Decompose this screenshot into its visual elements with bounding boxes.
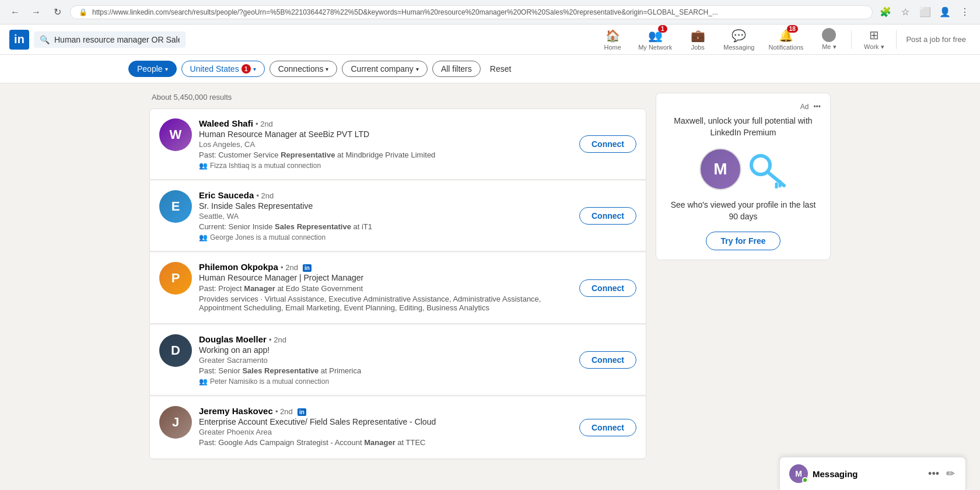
connect-button-waleed[interactable]: Connect bbox=[579, 135, 636, 153]
messaging-compose-button[interactable]: ✏ bbox=[945, 466, 956, 469]
ad-visual: M bbox=[666, 148, 821, 190]
connections-filter-label: Connections bbox=[278, 64, 324, 74]
nav-jobs[interactable]: 💼 Jobs bbox=[680, 24, 715, 55]
messaging-left: M Messaging bbox=[789, 464, 858, 469]
title-waleed: Human Resource Manager at SeeBiz PVT LTD bbox=[199, 130, 572, 139]
messaging-actions: ••• ✏ bbox=[927, 466, 956, 469]
extra-eric: Current: Senior Inside Sales Representat… bbox=[199, 222, 572, 231]
nav-notifications[interactable]: 🔔 18 Notifications bbox=[762, 24, 809, 55]
network-label: My Network bbox=[638, 44, 672, 51]
title-douglas: Working on an app! bbox=[199, 345, 572, 355]
avatar-jeremy[interactable]: J bbox=[159, 406, 192, 439]
address-bar[interactable]: 🔒 https://www.linkedin.com/search/result… bbox=[70, 5, 873, 19]
ad-header: Ad ••• bbox=[666, 103, 821, 111]
avatar-douglas[interactable]: D bbox=[159, 334, 192, 367]
network-badge: 1 bbox=[658, 25, 667, 33]
title-jeremy: Enterprise Account Executive/ Field Sale… bbox=[199, 417, 572, 426]
linkedin-logo[interactable]: in bbox=[9, 30, 29, 50]
title-eric: Sr. Inside Sales Representative bbox=[199, 201, 572, 211]
avatar-eric[interactable]: E bbox=[159, 190, 192, 223]
ad-panel: Ad ••• Maxwell, unlock your full potenti… bbox=[656, 93, 831, 460]
current-company-filter-button[interactable]: Current company ▾ bbox=[342, 61, 427, 77]
all-filters-button[interactable]: All filters bbox=[432, 61, 481, 77]
location-jeremy: Greater Phoenix Area bbox=[199, 428, 572, 436]
home-icon: 🏠 bbox=[606, 29, 620, 43]
location-chevron-icon: ▾ bbox=[253, 66, 256, 72]
ad-label: Ad bbox=[800, 103, 809, 111]
work-label: Work ▾ bbox=[864, 43, 884, 51]
connect-button-eric[interactable]: Connect bbox=[579, 207, 636, 225]
person-card-eric: E Eric Sauceda • 2nd Sr. Inside Sales Re… bbox=[150, 181, 646, 251]
refresh-button[interactable]: ↻ bbox=[49, 4, 65, 20]
people-filter-button[interactable]: People ▾ bbox=[128, 61, 177, 77]
linkedin-header: in 🔍 🏠 Home 👥 1 My Network 💼 Jobs 💬 Mess… bbox=[0, 24, 980, 55]
main-content: About 5,450,000 results W Waleed Shafi •… bbox=[140, 83, 840, 469]
location-waleed: Los Angeles, CA bbox=[199, 140, 572, 149]
try-free-button[interactable]: Try for Free bbox=[706, 232, 780, 250]
me-label: Me ▾ bbox=[822, 43, 836, 51]
current-company-filter-label: Current company bbox=[351, 64, 413, 74]
nav-home[interactable]: 🏠 Home bbox=[595, 24, 630, 55]
search-icon: 🔍 bbox=[40, 35, 50, 44]
avatar-philemon[interactable]: P bbox=[159, 262, 192, 295]
name-waleed[interactable]: Waleed Shafi • 2nd bbox=[199, 118, 572, 128]
notifications-icon: 🔔 18 bbox=[779, 29, 793, 43]
key-icon bbox=[746, 148, 787, 190]
nav-work[interactable]: ⊞ Work ▾ bbox=[856, 24, 891, 55]
people-chevron-icon: ▾ bbox=[165, 66, 168, 72]
messaging-widget-label[interactable]: Messaging bbox=[813, 469, 858, 470]
reset-button[interactable]: Reset bbox=[485, 61, 516, 76]
person-card-jeremy: J Jeremy Haskovec • 2nd in Enterprise Ac… bbox=[150, 397, 646, 458]
extra-philemon: Past: Project Manager at Edo State Gover… bbox=[199, 284, 572, 293]
connections-chevron-icon: ▾ bbox=[326, 66, 328, 72]
connect-button-jeremy[interactable]: Connect bbox=[579, 419, 636, 436]
name-philemon[interactable]: Philemon Okpokpa • 2nd in bbox=[199, 262, 572, 272]
messaging-icon: 💬 bbox=[732, 29, 746, 43]
connections-filter-button[interactable]: Connections ▾ bbox=[270, 61, 338, 77]
extensions-button[interactable]: 🧩 bbox=[877, 4, 894, 20]
name-eric[interactable]: Eric Sauceda • 2nd bbox=[199, 190, 572, 200]
name-jeremy[interactable]: Jeremy Haskovec • 2nd in bbox=[199, 406, 572, 416]
people-filter-label: People bbox=[137, 64, 163, 74]
location-douglas: Greater Sacramento bbox=[199, 356, 572, 365]
url-text: https://www.linkedin.com/search/results/… bbox=[92, 8, 718, 16]
nav-divider bbox=[851, 30, 852, 49]
profile-button[interactable]: 👤 bbox=[937, 4, 953, 20]
nav-me[interactable]: Me ▾ bbox=[811, 24, 846, 55]
avatar-waleed[interactable]: W bbox=[159, 118, 192, 151]
nav-network[interactable]: 👥 1 My Network bbox=[632, 24, 678, 55]
jobs-icon: 💼 bbox=[691, 29, 705, 43]
mutual-icon-douglas: 👥 bbox=[199, 377, 208, 386]
person-card-philemon: P Philemon Okpokpa • 2nd in Human Resour… bbox=[150, 253, 646, 324]
messaging-label: Messaging bbox=[723, 44, 754, 51]
network-icon: 👥 1 bbox=[648, 29, 663, 43]
search-bar[interactable]: 🔍 bbox=[34, 32, 186, 48]
mutual-waleed: 👥 Fizza Ishtiaq is a mutual connection bbox=[199, 162, 572, 170]
info-douglas: Douglas Moeller • 2nd Working on an app!… bbox=[199, 334, 572, 386]
jobs-label: Jobs bbox=[691, 44, 705, 51]
nav-messaging[interactable]: 💬 Messaging bbox=[718, 24, 760, 55]
mutual-douglas: 👥 Peter Namisiko is a mutual connection bbox=[199, 377, 572, 386]
menu-button[interactable]: ⋮ bbox=[957, 4, 973, 20]
tab-button[interactable]: ⬜ bbox=[917, 4, 933, 20]
forward-button[interactable]: → bbox=[28, 4, 44, 20]
messaging-dots-button[interactable]: ••• bbox=[927, 467, 940, 470]
results-list: W Waleed Shafi • 2nd Human Resource Mana… bbox=[149, 108, 646, 460]
notifications-badge: 18 bbox=[787, 25, 798, 33]
services-philemon: Provides services · Virtual Assistance, … bbox=[199, 295, 572, 312]
bookmark-button[interactable]: ☆ bbox=[897, 4, 914, 20]
location-filter-button[interactable]: United States 1 ▾ bbox=[181, 61, 265, 77]
ad-title: Maxwell, unlock your full potential with… bbox=[666, 116, 821, 138]
name-douglas[interactable]: Douglas Moeller • 2nd bbox=[199, 334, 572, 344]
results-count: About 5,450,000 results bbox=[149, 93, 646, 102]
back-button[interactable]: ← bbox=[7, 4, 23, 20]
extra-waleed: Past: Customer Service Representative at… bbox=[199, 150, 572, 159]
post-job-button[interactable]: Post a job for free bbox=[901, 35, 971, 44]
info-jeremy: Jeremy Haskovec • 2nd in Enterprise Acco… bbox=[199, 406, 572, 449]
connect-button-philemon[interactable]: Connect bbox=[579, 279, 636, 297]
home-label: Home bbox=[604, 44, 621, 51]
location-eric: Seattle, WA bbox=[199, 212, 572, 220]
ad-more-icon[interactable]: ••• bbox=[813, 103, 821, 111]
search-input[interactable] bbox=[54, 35, 180, 44]
connect-button-douglas[interactable]: Connect bbox=[579, 351, 636, 369]
